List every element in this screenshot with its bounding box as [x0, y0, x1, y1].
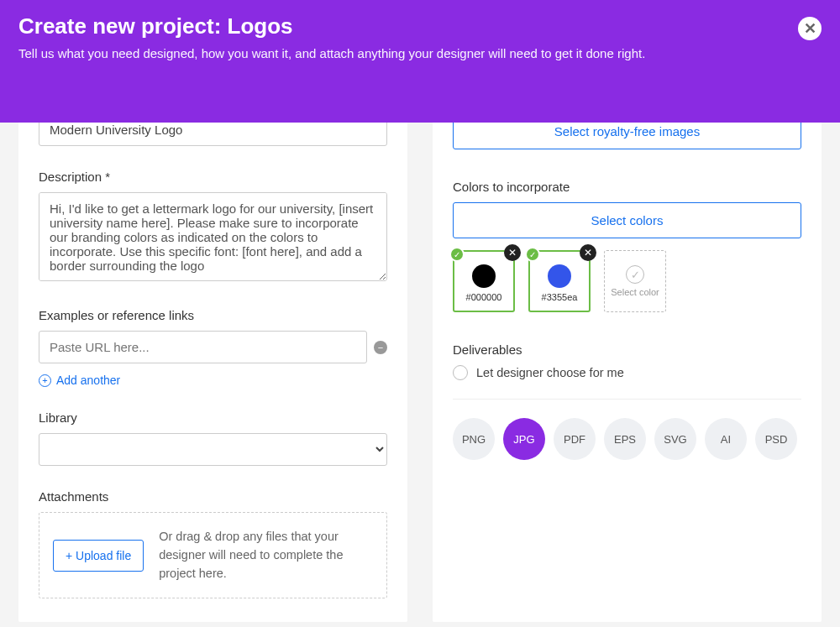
format-jpg[interactable]: JPG	[503, 418, 545, 460]
attachments-help-text: Or drag & drop any files that your desig…	[159, 528, 373, 583]
format-ai[interactable]: AI	[705, 418, 747, 460]
modal-header: Create new project: Logos Tell us what y…	[0, 0, 840, 123]
right-panel: Choose your royalty-free images Select r…	[433, 67, 822, 622]
divider	[453, 399, 801, 400]
remove-swatch-button[interactable]: ✕	[504, 244, 521, 261]
designer-choose-label: Let designer choose for me	[476, 366, 624, 379]
format-pdf[interactable]: PDF	[554, 418, 596, 460]
minus-icon: −	[378, 342, 383, 353]
color-swatch-row: ✓ ✕ #000000 ✓ ✕ #3355ea ✓ Select color	[453, 250, 801, 312]
footer-actions: Save as draft Create project	[0, 622, 840, 627]
add-color-swatch[interactable]: ✓ Select color	[604, 250, 666, 312]
format-svg[interactable]: SVG	[654, 418, 696, 460]
library-select[interactable]	[39, 433, 387, 466]
check-circle-icon: ✓	[626, 265, 644, 284]
color-hex-label: #3355ea	[542, 292, 578, 302]
check-icon: ✓	[525, 247, 540, 262]
page-subtitle: Tell us what you need designed, how you …	[18, 46, 822, 60]
select-colors-button[interactable]: Select colors	[453, 202, 801, 238]
attachments-dropzone[interactable]: + Upload file Or drag & drop any files t…	[39, 512, 387, 598]
attachments-label: Attachments	[39, 489, 387, 504]
format-psd[interactable]: PSD	[755, 418, 797, 460]
add-another-link[interactable]: + Add another	[39, 374, 387, 387]
color-swatch-blue[interactable]: ✓ ✕ #3355ea	[528, 250, 591, 312]
examples-label: Examples or reference links	[39, 308, 387, 322]
description-textarea[interactable]	[39, 192, 387, 281]
remove-swatch-button[interactable]: ✕	[580, 244, 596, 261]
examples-url-input[interactable]	[39, 331, 367, 363]
remove-url-button[interactable]: −	[374, 341, 387, 354]
color-circle	[548, 264, 571, 288]
left-panel: Project title * Description * Examples o…	[18, 67, 407, 622]
select-color-label: Select color	[611, 287, 659, 297]
color-swatch-black[interactable]: ✓ ✕ #000000	[453, 250, 515, 312]
close-icon: ✕	[804, 19, 816, 38]
format-row: PNGJPGPDFEPSSVGAIPSD	[453, 418, 801, 460]
colors-label: Colors to incorporate	[453, 180, 801, 194]
upload-file-button[interactable]: + Upload file	[53, 540, 144, 572]
color-hex-label: #000000	[466, 292, 502, 302]
designer-choose-radio[interactable]	[453, 365, 468, 380]
description-label: Description *	[39, 170, 387, 184]
deliverables-label: Deliverables	[453, 342, 801, 357]
check-icon: ✓	[449, 247, 465, 262]
library-label: Library	[39, 410, 387, 425]
plus-circle-icon: +	[39, 374, 51, 387]
close-button[interactable]: ✕	[798, 17, 822, 40]
format-png[interactable]: PNG	[453, 418, 495, 460]
format-eps[interactable]: EPS	[604, 418, 646, 460]
page-title: Create new project: Logos	[18, 13, 822, 39]
color-circle	[472, 264, 496, 288]
